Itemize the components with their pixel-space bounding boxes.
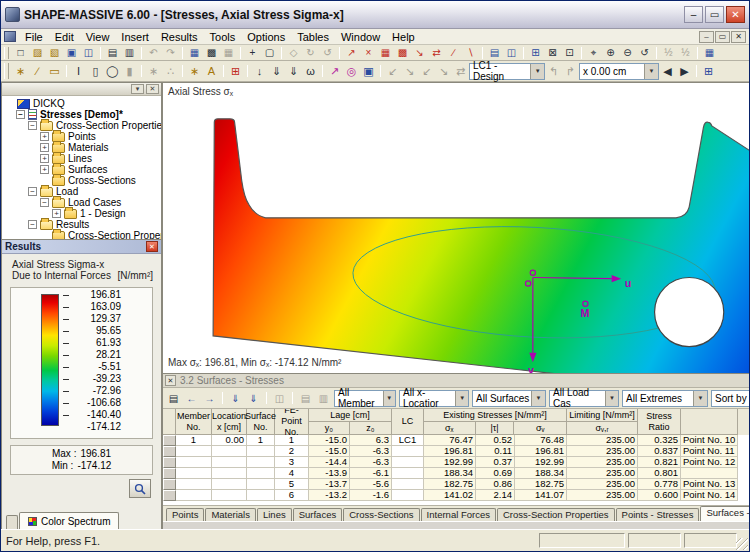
undo-button[interactable]: ↶: [145, 46, 162, 60]
row-handle[interactable]: [163, 457, 176, 468]
new-file-button[interactable]: □: [12, 46, 29, 60]
menu-item[interactable]: Help: [386, 31, 421, 43]
cell-fe-point[interactable]: 5: [275, 479, 309, 490]
cell-tau[interactable]: 0.86: [476, 479, 515, 490]
cell-z0[interactable]: -1.6: [350, 490, 392, 501]
cell-tau[interactable]: 0.52: [476, 435, 515, 446]
cell-sigma-v[interactable]: 196.81: [515, 446, 567, 457]
tree-expander[interactable]: −: [28, 220, 37, 229]
zoom-out-button[interactable]: ⊖: [619, 46, 636, 60]
cell-y0[interactable]: -13.9: [309, 468, 350, 479]
tree-expander[interactable]: −: [28, 121, 37, 130]
separator[interactable]: [182, 47, 183, 59]
cell-sigma-vr[interactable]: 235.00: [567, 457, 638, 468]
cell-lc[interactable]: [392, 457, 424, 468]
row-handle[interactable]: [163, 446, 176, 457]
move-object-button[interactable]: ⇄: [428, 46, 445, 60]
cell-lc[interactable]: LC1: [392, 435, 424, 446]
cell-surface[interactable]: [247, 446, 275, 457]
next-extreme-button[interactable]: ↘: [401, 63, 418, 80]
rotate-ccw-button[interactable]: ↺: [319, 46, 336, 60]
cell-fe-point[interactable]: 1: [275, 435, 309, 446]
chevron-down-icon[interactable]: ▼: [693, 391, 707, 406]
insert-polygon-button[interactable]: ▭: [46, 63, 63, 80]
cell-surface[interactable]: [247, 468, 275, 479]
close-icon[interactable]: ✕: [146, 241, 158, 252]
tree-item[interactable]: − Cross-Section Properties: [2, 120, 161, 131]
minimize-button[interactable]: –: [684, 6, 703, 23]
cell-comment[interactable]: [681, 468, 738, 479]
tree-item[interactable]: Cross-Sections: [2, 175, 161, 186]
separator[interactable]: [581, 47, 582, 59]
cell-fe-point[interactable]: 3: [275, 457, 309, 468]
cell-comment[interactable]: Point No. 13: [681, 479, 738, 490]
filter-rows-button[interactable]: ⇓: [227, 391, 244, 405]
load-axial-button[interactable]: ↓: [251, 63, 268, 80]
next-value-button[interactable]: ↘: [435, 63, 452, 80]
cell-sigma-v[interactable]: 192.99: [515, 457, 567, 468]
load-shear-z-button[interactable]: ⇓: [285, 63, 302, 80]
tree-item[interactable]: + Surfaces: [2, 164, 161, 175]
table-tab[interactable]: Lines: [257, 508, 292, 521]
cell-sigma-x[interactable]: 141.02: [424, 490, 476, 501]
cell-stress-ratio[interactable]: 0.325: [638, 435, 681, 446]
tree-item[interactable]: + Lines: [2, 153, 161, 164]
separator[interactable]: [523, 47, 524, 59]
go-next-button[interactable]: →: [201, 391, 218, 405]
table-tab[interactable]: Internal Forces: [421, 508, 496, 521]
separator[interactable]: [322, 65, 323, 77]
cell-surface[interactable]: [247, 457, 275, 468]
tree-expander[interactable]: +: [40, 132, 49, 141]
cell-sigma-vr[interactable]: 235.00: [567, 446, 638, 457]
separator[interactable]: [697, 47, 698, 59]
table-tab[interactable]: Materials: [205, 508, 256, 521]
renumber-button[interactable]: ∗: [186, 63, 203, 80]
load-case-select[interactable]: LC1 - Design ▼: [469, 63, 545, 80]
menu-item[interactable]: Options: [241, 31, 291, 43]
cell-fe-point[interactable]: 6: [275, 490, 309, 501]
cell-comment[interactable]: Point No. 12: [681, 457, 738, 468]
toolbar-gripper[interactable]: [4, 47, 9, 59]
tree-item[interactable]: + Points: [2, 131, 161, 142]
menu-item[interactable]: Window: [335, 31, 386, 43]
save-all-button[interactable]: ◫: [80, 46, 97, 60]
table-tab[interactable]: Points - Stresses: [616, 508, 700, 521]
cell-lc[interactable]: [392, 468, 424, 479]
import-file-button[interactable]: ▧: [46, 46, 63, 60]
x-previous-button[interactable]: ◀: [659, 63, 676, 80]
export-table-button[interactable]: ▥: [315, 391, 332, 405]
divide-line-2-button[interactable]: ∖: [462, 46, 479, 60]
cell-location[interactable]: [212, 479, 247, 490]
cell-location[interactable]: 0.00: [212, 435, 247, 446]
cell-sigma-x[interactable]: 76.47: [424, 435, 476, 446]
cell-y0[interactable]: -13.7: [309, 479, 350, 490]
tree-item[interactable]: + 1 - Design: [2, 208, 161, 219]
table-tab[interactable]: Cross-Sections: [343, 508, 419, 521]
cell-sigma-x[interactable]: 188.34: [424, 468, 476, 479]
tree-expander[interactable]: +: [40, 165, 49, 174]
cell-member[interactable]: [176, 479, 212, 490]
copy-multiple-button[interactable]: ∴: [162, 63, 179, 80]
chevron-down-icon[interactable]: ▼: [455, 391, 468, 406]
separator[interactable]: [66, 65, 67, 77]
menu-item[interactable]: File: [19, 31, 49, 43]
filter-surfaces-select[interactable]: All Surfaces ▼: [472, 390, 546, 407]
tab-color-spectrum[interactable]: Color Spectrum: [19, 512, 119, 530]
fe-nodes-button[interactable]: ▦: [220, 46, 237, 60]
table-row[interactable]: 5 -13.7 -5.6 182.75 0.86 182.75 235.00 0…: [163, 479, 750, 490]
tree-item[interactable]: − Load Cases: [2, 197, 161, 208]
menu-item[interactable]: Insert: [115, 31, 155, 43]
menu-item[interactable]: Tools: [204, 31, 242, 43]
rotate-view-button[interactable]: ◇: [285, 46, 302, 60]
cell-y0[interactable]: -15.0: [309, 435, 350, 446]
zoom-reset-button[interactable]: ↺: [636, 46, 653, 60]
cell-member[interactable]: [176, 457, 212, 468]
help-context-button[interactable]: ▦: [701, 46, 718, 60]
print-table-button[interactable]: ▤: [297, 391, 314, 405]
cell-z0[interactable]: -6.1: [350, 468, 392, 479]
separator[interactable]: [240, 47, 241, 59]
tree-item[interactable]: Cross-Section Properties: [2, 230, 161, 239]
menu-item[interactable]: Edit: [49, 31, 80, 43]
tab-stub[interactable]: [6, 515, 18, 530]
cell-y0[interactable]: -15.0: [309, 446, 350, 457]
